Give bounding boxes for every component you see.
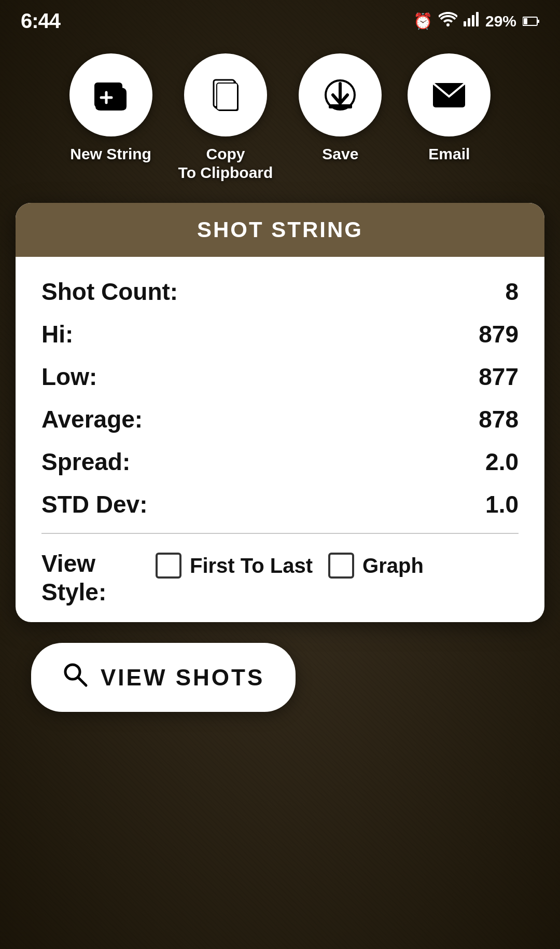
svg-rect-0 [464, 21, 466, 26]
view-shots-label: VIEW SHOTS [101, 665, 264, 691]
shot-count-label: Shot Count: [41, 278, 178, 306]
graph-option[interactable]: Graph [328, 553, 424, 579]
svg-rect-5 [537, 20, 539, 23]
email-button[interactable]: Email [408, 53, 491, 163]
spread-value: 2.0 [485, 448, 519, 476]
status-bar: 6:44 ⏰ 29% [0, 0, 560, 38]
stat-row-std-dev: STD Dev: 1.0 [41, 490, 519, 518]
save-icon [299, 53, 382, 136]
new-string-icon [69, 53, 152, 136]
graph-label: Graph [362, 554, 424, 577]
divider [41, 533, 519, 534]
status-time: 6:44 [21, 9, 60, 33]
average-value: 878 [479, 405, 519, 433]
first-to-last-checkbox[interactable] [156, 553, 181, 579]
search-icon [62, 662, 88, 693]
svg-rect-14 [217, 83, 237, 110]
save-label: Save [322, 145, 358, 163]
copy-clipboard-button[interactable]: CopyTo Clipboard [178, 53, 273, 182]
hi-label: Hi: [41, 320, 73, 348]
wifi-icon [439, 12, 457, 30]
view-style-label: ViewStyle: [41, 549, 145, 607]
low-value: 877 [479, 363, 519, 391]
std-dev-label: STD Dev: [41, 490, 147, 518]
view-shots-button[interactable]: VIEW SHOTS [31, 643, 296, 712]
card-body: Shot Count: 8 Hi: 879 Low: 877 Average: … [16, 257, 544, 622]
svg-line-20 [78, 677, 86, 685]
alarm-icon: ⏰ [413, 12, 432, 30]
graph-checkbox[interactable] [328, 553, 354, 579]
svg-rect-6 [524, 18, 527, 24]
shot-count-value: 8 [505, 278, 519, 306]
stat-row-shot-count: Shot Count: 8 [41, 278, 519, 306]
new-string-label: New String [70, 145, 151, 163]
shot-string-card: SHOT STRING Shot Count: 8 Hi: 879 Low: 8… [16, 203, 544, 622]
svg-rect-8 [95, 85, 122, 106]
hi-value: 879 [479, 320, 519, 348]
status-icons: ⏰ 29% [413, 12, 539, 30]
view-style-options: First To Last Graph [156, 549, 519, 579]
new-string-button[interactable]: New String [69, 53, 152, 163]
card-header: SHOT STRING [16, 203, 544, 257]
stat-row-average: Average: 878 [41, 405, 519, 433]
card-title: SHOT STRING [197, 217, 363, 242]
svg-rect-2 [472, 15, 474, 26]
email-label: Email [428, 145, 470, 163]
stat-row-low: Low: 877 [41, 363, 519, 391]
first-to-last-label: First To Last [190, 554, 313, 577]
first-to-last-option[interactable]: First To Last [156, 553, 313, 579]
battery-icon [523, 12, 539, 30]
copy-clipboard-label: CopyTo Clipboard [178, 145, 273, 182]
battery-text: 29% [485, 12, 516, 30]
signal-icon [464, 12, 479, 30]
email-icon [408, 53, 491, 136]
svg-rect-3 [476, 12, 479, 26]
save-button[interactable]: Save [299, 53, 382, 163]
std-dev-value: 1.0 [485, 490, 519, 518]
stat-row-hi: Hi: 879 [41, 320, 519, 348]
stat-row-spread: Spread: 2.0 [41, 448, 519, 476]
svg-rect-1 [468, 18, 470, 26]
average-label: Average: [41, 405, 143, 433]
view-style-row: ViewStyle: First To Last Graph [41, 549, 519, 607]
copy-clipboard-icon [184, 53, 267, 136]
low-label: Low: [41, 363, 97, 391]
toolbar: New String CopyTo Clipboard Save [0, 38, 560, 203]
spread-label: Spread: [41, 448, 130, 476]
